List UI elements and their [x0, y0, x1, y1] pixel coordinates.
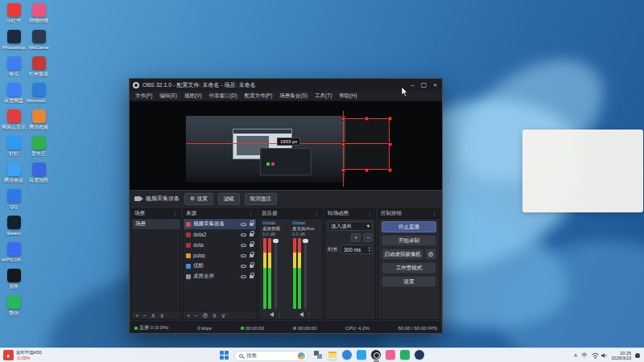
- lock-icon[interactable]: [250, 265, 254, 268]
- desktop-icon[interactable]: Steam: [2, 216, 26, 237]
- channel-menu-icon[interactable]: ⋮: [307, 311, 312, 317]
- source-row[interactable]: dota2: [184, 229, 256, 240]
- notification-bell-icon[interactable]: [635, 353, 640, 358]
- menu-tools[interactable]: 工具(T): [315, 93, 332, 100]
- preview-canvas[interactable]: 1953 px: [130, 101, 442, 190]
- source-down-icon[interactable]: ∨: [221, 312, 225, 319]
- lock-icon[interactable]: [250, 233, 254, 237]
- add-scene-icon[interactable]: +: [135, 312, 139, 319]
- resize-handle[interactable]: [365, 117, 369, 121]
- desktop-icon[interactable]: 腾讯会议: [2, 162, 26, 183]
- speaker-icon[interactable]: [270, 312, 274, 317]
- add-source-icon[interactable]: +: [187, 312, 191, 319]
- taskbar-icon-obs[interactable]: [371, 350, 381, 362]
- visibility-icon[interactable]: [241, 233, 246, 237]
- obs-window[interactable]: OBS 32.1.0 - 配置文件: 未命名 - 场景: 未命名 – ▢ × 文…: [129, 78, 443, 334]
- desktop-icon[interactable]: 哔哩哔哩: [27, 3, 51, 24]
- scene-down-icon[interactable]: ∨: [159, 312, 164, 319]
- desktop-icon[interactable]: 爱奇艺: [27, 136, 51, 157]
- scenes-list[interactable]: 场景: [132, 219, 180, 311]
- start-recording-button[interactable]: 开始录制: [382, 235, 436, 246]
- desktop-icon[interactable]: Microsoft Edge: [27, 83, 51, 104]
- source-row[interactable]: 视频采集设备: [184, 219, 256, 229]
- source-properties-icon[interactable]: ⚙: [202, 312, 208, 319]
- virtual-camera-button[interactable]: 启动虚拟摄像机: [382, 249, 423, 260]
- ime-indicator[interactable]: 中: [582, 352, 588, 360]
- volume-fader[interactable]: [275, 238, 277, 309]
- panel-menu-icon[interactable]: ⋮: [314, 211, 320, 217]
- resize-handle[interactable]: [341, 142, 345, 146]
- source-row[interactable]: pubg: [184, 250, 256, 261]
- panel-menu-icon[interactable]: ⋮: [431, 211, 437, 217]
- desktop-icon[interactable]: 钉钉: [2, 136, 26, 157]
- lock-icon[interactable]: [250, 275, 254, 278]
- desktop-icon[interactable]: Photoshop: [2, 30, 26, 51]
- taskbar-icon-store[interactable]: [357, 350, 366, 362]
- visibility-icon[interactable]: [241, 275, 246, 278]
- panel-menu-icon[interactable]: ⋮: [367, 211, 373, 217]
- source-filters-button[interactable]: 滤镜: [218, 193, 240, 205]
- scene-item[interactable]: 场景: [132, 219, 180, 229]
- taskbar-icon-file-explorer[interactable]: [328, 350, 337, 362]
- remove-source-icon[interactable]: −: [195, 312, 199, 319]
- spin-down-icon[interactable]: ▾: [369, 249, 370, 253]
- speaker-icon[interactable]: [299, 312, 303, 317]
- menu-scene-collection[interactable]: 场景集合(S): [279, 93, 308, 100]
- virtual-camera-config-button[interactable]: ⚙: [425, 249, 436, 260]
- start-button[interactable]: [220, 351, 229, 360]
- lock-icon[interactable]: [250, 244, 254, 247]
- video-source-preview[interactable]: [186, 116, 345, 182]
- source-row[interactable]: 桌面全屏: [184, 271, 256, 282]
- desktop-icon[interactable]: 剪映: [2, 269, 26, 290]
- studio-mode-button[interactable]: 工作室模式: [382, 262, 436, 274]
- close-button[interactable]: ×: [433, 81, 437, 89]
- desktop-icon[interactable]: WPS Office: [2, 242, 26, 263]
- volume-fader[interactable]: [304, 238, 307, 309]
- desktop-icon[interactable]: 红色警戒: [27, 56, 51, 77]
- remove-transition-button[interactable]: −: [363, 233, 373, 242]
- network-volume-group[interactable]: [592, 352, 608, 359]
- taskbar-icon-task-view[interactable]: [313, 350, 323, 362]
- desktop-icon[interactable]: QQ: [2, 189, 26, 210]
- obs-titlebar[interactable]: OBS 32.1.0 - 配置文件: 未命名 - 场景: 未命名 – ▢ ×: [130, 79, 442, 91]
- lock-icon[interactable]: [250, 254, 254, 257]
- taskbar-icon-wechat[interactable]: [400, 350, 410, 362]
- menu-docks[interactable]: 停靠窗口(D): [209, 93, 237, 100]
- menu-file[interactable]: 文件(F): [135, 93, 152, 100]
- sources-list[interactable]: 视频采集设备 dota2 dota pubg 优酷 桌面全屏: [184, 219, 256, 311]
- source-deactivate-button[interactable]: 取消激活: [245, 193, 277, 205]
- desktop-icon[interactable]: 百度网盘: [2, 83, 26, 104]
- menu-profile[interactable]: 配置文件(P): [245, 93, 273, 100]
- menu-edit[interactable]: 编辑(E): [159, 93, 177, 100]
- stop-streaming-button[interactable]: 停止直播: [382, 221, 436, 232]
- lock-icon[interactable]: [250, 223, 254, 226]
- tray-expand-icon[interactable]: ∧: [573, 352, 577, 359]
- source-row[interactable]: dota: [184, 240, 256, 250]
- source-properties-button[interactable]: ⚙设置: [184, 193, 213, 205]
- desktop-icon[interactable]: WeGame: [27, 30, 51, 51]
- visibility-icon[interactable]: [241, 265, 246, 268]
- resize-handle[interactable]: [388, 168, 392, 172]
- desktop-icon[interactable]: 网易云音乐: [2, 109, 26, 130]
- taskbar-icon-steam[interactable]: [415, 350, 424, 362]
- visibility-icon[interactable]: [241, 254, 246, 257]
- resize-handle[interactable]: [341, 117, 345, 121]
- channel-menu-icon[interactable]: ⋮: [277, 311, 282, 317]
- maximize-button[interactable]: ▢: [421, 81, 427, 89]
- desktop-icon[interactable]: 微信: [2, 295, 26, 316]
- transition-select[interactable]: 淡入淡出 ▾: [328, 221, 373, 231]
- duration-spinner[interactable]: 300 ms ▴▾: [341, 245, 373, 254]
- resize-handle[interactable]: [388, 117, 392, 121]
- desktop-icon[interactable]: 小红书: [2, 3, 26, 24]
- desktop-icon[interactable]: 百度地图: [27, 162, 51, 183]
- menu-view[interactable]: 视图(V): [184, 93, 202, 100]
- desktop-icon[interactable]: 夸克: [2, 56, 26, 77]
- source-row[interactable]: 优酷: [184, 261, 256, 271]
- desktop-icon[interactable]: 腾讯视频: [27, 109, 51, 130]
- source-up-icon[interactable]: ∧: [213, 312, 217, 319]
- panel-menu-icon[interactable]: ⋮: [248, 211, 254, 217]
- source-selection-box[interactable]: [343, 118, 390, 170]
- taskbar-icon-bilibili[interactable]: [386, 350, 395, 362]
- taskbar-icon-edge[interactable]: [342, 350, 352, 362]
- taskbar-widgets-button[interactable]: 富时中国A50 -3.05%: [3, 350, 42, 360]
